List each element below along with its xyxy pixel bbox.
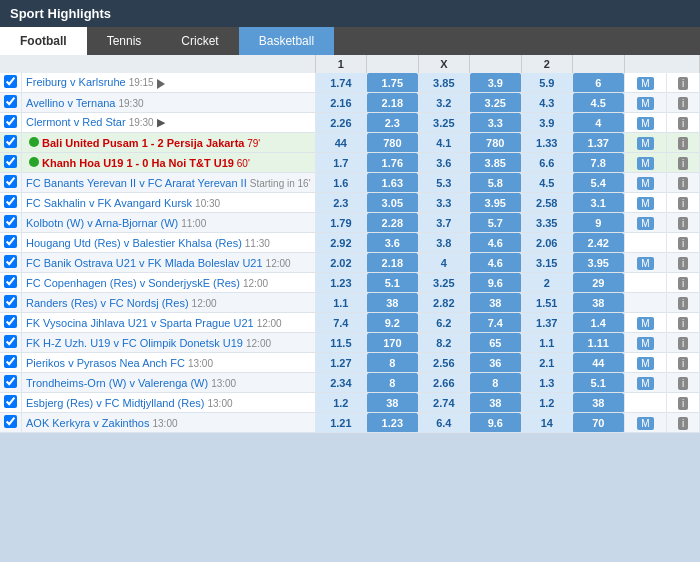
odds-cell[interactable]: 38 [470, 393, 521, 413]
btn-i-cell[interactable]: i [667, 233, 700, 253]
match-link[interactable]: FK H-Z Uzh. U19 v FC Olimpik Donetsk U19 [26, 337, 243, 349]
btn-i[interactable]: i [678, 117, 688, 130]
btn-i-cell[interactable]: i [667, 73, 700, 93]
odds-cell[interactable]: 9 [573, 213, 624, 233]
odds-cell[interactable]: 7.4 [470, 313, 521, 333]
tab-tennis[interactable]: Tennis [87, 27, 162, 55]
odds-cell[interactable]: 3.25 [470, 93, 521, 113]
odds-cell[interactable]: 3.9 [521, 113, 572, 133]
match-link[interactable]: FC Sakhalin v FK Avangard Kursk [26, 197, 192, 209]
odds-cell[interactable]: 780 [367, 133, 418, 153]
btn-i[interactable]: i [678, 377, 688, 390]
btn-i-cell[interactable]: i [667, 273, 700, 293]
match-link[interactable]: Randers (Res) v FC Nordsj (Res) [26, 297, 189, 309]
odds-cell[interactable]: 70 [573, 413, 624, 433]
odds-cell[interactable]: 4.6 [470, 233, 521, 253]
match-link[interactable]: Pierikos v Pyrasos Nea Anch FC [26, 357, 185, 369]
btn-i-cell[interactable]: i [667, 313, 700, 333]
odds-cell[interactable]: 11.5 [315, 333, 366, 353]
btn-i-cell[interactable]: i [667, 413, 700, 433]
odds-cell[interactable]: 1.37 [573, 133, 624, 153]
tab-cricket[interactable]: Cricket [161, 27, 238, 55]
btn-i[interactable]: i [678, 157, 688, 170]
odds-cell[interactable]: 4.1 [418, 133, 469, 153]
odds-cell[interactable]: 1.63 [367, 173, 418, 193]
btn-i[interactable]: i [678, 397, 688, 410]
odds-cell[interactable]: 3.35 [521, 213, 572, 233]
odds-cell[interactable]: 1.7 [315, 153, 366, 173]
odds-cell[interactable]: 8 [367, 353, 418, 373]
btn-m-cell[interactable]: M [624, 173, 667, 193]
btn-i-cell[interactable]: i [667, 393, 700, 413]
btn-m-cell[interactable]: M [624, 153, 667, 173]
odds-cell[interactable]: 1.23 [315, 273, 366, 293]
match-checkbox[interactable] [0, 353, 22, 373]
odds-cell[interactable]: 1.27 [315, 353, 366, 373]
btn-m[interactable]: M [637, 417, 653, 430]
odds-cell[interactable]: 5.4 [573, 173, 624, 193]
odds-cell[interactable]: 1.75 [367, 73, 418, 93]
odds-cell[interactable]: 38 [470, 293, 521, 313]
match-checkbox[interactable] [0, 173, 22, 193]
odds-cell[interactable]: 1.79 [315, 213, 366, 233]
odds-cell[interactable]: 1.76 [367, 153, 418, 173]
odds-cell[interactable]: 29 [573, 273, 624, 293]
btn-m[interactable]: M [637, 377, 653, 390]
odds-cell[interactable]: 1.4 [573, 313, 624, 333]
btn-m-cell[interactable]: M [624, 133, 667, 153]
odds-cell[interactable]: 170 [367, 333, 418, 353]
btn-i-cell[interactable]: i [667, 213, 700, 233]
odds-cell[interactable]: 7.8 [573, 153, 624, 173]
match-checkbox[interactable] [0, 333, 22, 353]
btn-i[interactable]: i [678, 137, 688, 150]
odds-cell[interactable]: 2.1 [521, 353, 572, 373]
btn-m[interactable]: M [637, 177, 653, 190]
match-link[interactable]: Esbjerg (Res) v FC Midtjylland (Res) [26, 397, 204, 409]
odds-cell[interactable]: 3.85 [470, 153, 521, 173]
btn-m[interactable]: M [637, 357, 653, 370]
odds-cell[interactable]: 3.15 [521, 253, 572, 273]
odds-cell[interactable]: 1.1 [315, 293, 366, 313]
match-checkbox[interactable] [0, 113, 22, 133]
odds-cell[interactable]: 3.3 [418, 193, 469, 213]
match-link[interactable]: Kolbotn (W) v Arna-Bjornar (W) [26, 217, 178, 229]
odds-cell[interactable]: 1.2 [315, 393, 366, 413]
match-link[interactable]: Hougang Utd (Res) v Balestier Khalsa (Re… [26, 237, 242, 249]
odds-cell[interactable]: 3.1 [573, 193, 624, 213]
btn-m[interactable]: M [637, 317, 653, 330]
btn-i[interactable]: i [678, 297, 688, 310]
match-checkbox[interactable] [0, 193, 22, 213]
match-link[interactable]: Trondheims-Orn (W) v Valerenga (W) [26, 377, 208, 389]
odds-cell[interactable]: 3.7 [418, 213, 469, 233]
odds-cell[interactable]: 9.6 [470, 413, 521, 433]
btn-m-cell[interactable]: M [624, 113, 667, 133]
odds-cell[interactable]: 2.56 [418, 353, 469, 373]
odds-cell[interactable]: 8 [470, 373, 521, 393]
odds-cell[interactable]: 3.9 [470, 73, 521, 93]
match-checkbox[interactable] [0, 233, 22, 253]
btn-i-cell[interactable]: i [667, 353, 700, 373]
btn-i[interactable]: i [678, 97, 688, 110]
btn-m-cell[interactable]: M [624, 213, 667, 233]
match-checkbox[interactable] [0, 313, 22, 333]
btn-i[interactable]: i [678, 277, 688, 290]
tab-basketball[interactable]: Basketball [239, 27, 334, 55]
odds-cell[interactable]: 9.2 [367, 313, 418, 333]
odds-cell[interactable]: 6.2 [418, 313, 469, 333]
match-checkbox[interactable] [0, 253, 22, 273]
odds-cell[interactable]: 3.85 [418, 73, 469, 93]
odds-cell[interactable]: 2.28 [367, 213, 418, 233]
btn-i[interactable]: i [678, 417, 688, 430]
match-link[interactable]: FK Vysocina Jihlava U21 v Sparta Prague … [26, 317, 254, 329]
odds-cell[interactable]: 1.21 [315, 413, 366, 433]
btn-m-cell[interactable]: M [624, 193, 667, 213]
match-checkbox[interactable] [0, 73, 22, 93]
odds-cell[interactable]: 2.3 [367, 113, 418, 133]
odds-cell[interactable]: 1.11 [573, 333, 624, 353]
odds-cell[interactable]: 14 [521, 413, 572, 433]
odds-cell[interactable]: 1.6 [315, 173, 366, 193]
odds-cell[interactable]: 5.1 [367, 273, 418, 293]
odds-cell[interactable]: 1.51 [521, 293, 572, 313]
btn-i-cell[interactable]: i [667, 133, 700, 153]
odds-cell[interactable]: 5.3 [418, 173, 469, 193]
